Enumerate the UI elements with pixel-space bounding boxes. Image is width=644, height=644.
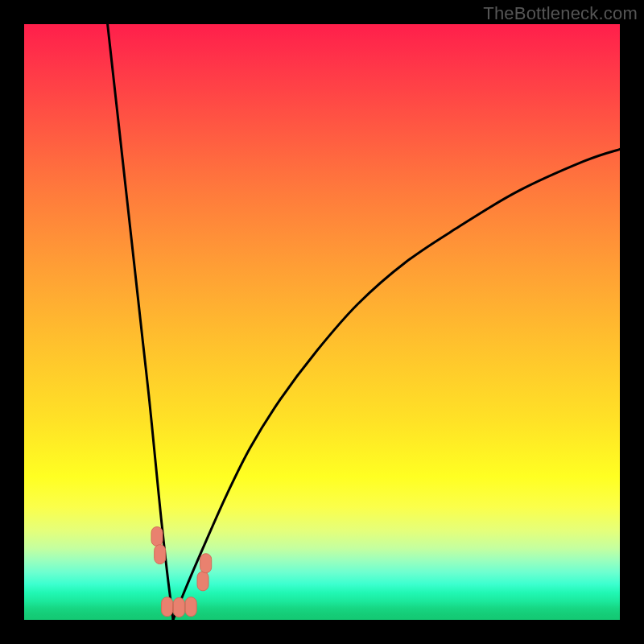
marker-right-cluster-low <box>197 572 208 591</box>
chart-frame: TheBottleneck.com <box>0 0 644 644</box>
curve-layer <box>24 24 620 620</box>
marker-floor-1 <box>162 597 173 617</box>
marker-floor-2 <box>173 597 184 617</box>
marker-group <box>151 526 212 617</box>
marker-right-cluster-high <box>200 554 212 573</box>
series-left-branch <box>108 24 173 620</box>
marker-left-cluster-mid <box>155 545 166 564</box>
marker-floor-3 <box>185 597 196 617</box>
plot-area <box>24 24 620 620</box>
series-right-branch <box>173 149 620 620</box>
curve-group <box>108 24 620 620</box>
marker-left-cluster-top <box>151 526 163 546</box>
watermark-text: TheBottleneck.com <box>483 3 638 24</box>
